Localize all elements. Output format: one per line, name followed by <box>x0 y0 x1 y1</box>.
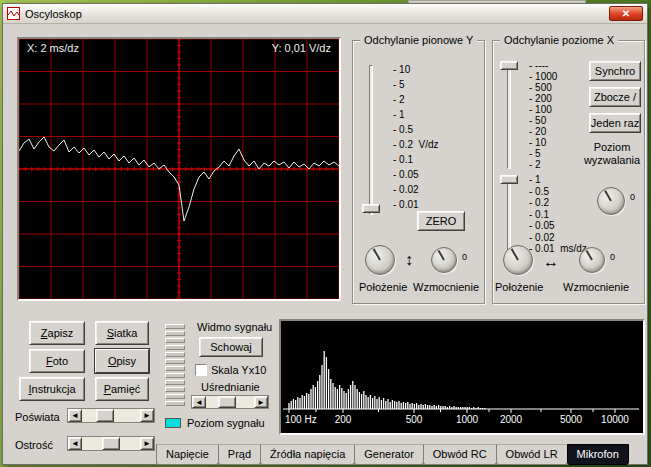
scale-tick: 0.1 <box>393 155 439 170</box>
scroll-left-icon[interactable]: ◄ <box>68 409 82 422</box>
vertical-arrows-icon: ↕ <box>405 251 413 269</box>
freq-label: 200 <box>335 414 352 425</box>
tab-zrodla-napiecia[interactable]: Źródła napięcia <box>260 444 355 465</box>
photo-button[interactable]: Foto <box>29 349 85 373</box>
tab-bar: Napięcie Prąd Źródła napięcia Generator … <box>156 444 628 465</box>
y-gain-knob[interactable]: 0 <box>431 247 457 273</box>
trigger-label-line1: Poziom <box>581 141 643 154</box>
single-shot-button[interactable]: Jeden raz <box>589 113 641 133</box>
oscilloscope-window: Oscyloskop ✕ X: 2 ms/dz Y: 0,01 V/dz Odc… <box>2 3 648 465</box>
scale-yx10-label: Skala Yx10 <box>211 364 266 376</box>
tab-generator[interactable]: Generator <box>354 444 424 465</box>
focus-scrollbar[interactable]: ◄ ► <box>67 436 155 451</box>
level-meter-segment <box>165 366 185 371</box>
position-label: Położenie <box>359 281 407 293</box>
scroll-right-icon[interactable]: ► <box>254 396 268 408</box>
manual-button-label: Instrukcja <box>20 383 84 395</box>
scale-tick: 0.05 <box>393 170 439 185</box>
spectrum-display: 100 Hz20050010002000500010000 <box>279 319 645 435</box>
scrollbar-track[interactable] <box>206 396 254 408</box>
tab-mikrofon[interactable]: Mikrofon <box>567 444 629 465</box>
scroll-right-icon[interactable]: ► <box>140 437 154 450</box>
freq-label: 500 <box>406 414 423 425</box>
slope-button[interactable]: Zbocze / <box>589 87 641 107</box>
level-meter-segment <box>165 394 185 399</box>
horizontal-arrows-icon: ↔ <box>543 253 559 271</box>
titlebar[interactable]: Oscyloskop ✕ <box>3 4 647 24</box>
signal-level-meter <box>165 324 185 406</box>
knob-pointer <box>438 250 445 260</box>
level-meter-segment <box>165 387 185 392</box>
tab-obwod-rc[interactable]: Obwód RC <box>423 444 497 465</box>
memory-button[interactable]: Pamięć <box>95 377 149 401</box>
scale-checkbox-row: Skala Yx10 <box>195 364 266 376</box>
freq-label: 100 Hz <box>285 414 317 425</box>
trigger-ticks: 10.50.20.10.050.020.01 ms/dz <box>529 175 587 256</box>
tab-prad[interactable]: Prąd <box>218 444 261 465</box>
trigger-level-knob[interactable]: 0 <box>597 187 625 215</box>
save-button-label: Zapisz <box>30 327 84 339</box>
oscilloscope-display: X: 2 ms/dz Y: 0,01 V/dz <box>17 37 341 301</box>
y-scale-slider-thumb[interactable] <box>362 204 380 213</box>
level-meter-segment <box>165 380 185 385</box>
spectrum-title: Widmo sygnału <box>197 321 272 333</box>
knob-zero-mark: 0 <box>462 252 467 262</box>
memory-button-label: Pamięć <box>96 383 148 395</box>
afterglow-label: Poświata <box>15 411 60 423</box>
trigger-slider-thumb[interactable] <box>500 175 518 184</box>
close-button[interactable]: ✕ <box>609 6 643 21</box>
x-gain-knob[interactable]: 0 <box>579 247 605 273</box>
level-meter-segment <box>165 345 185 350</box>
scrollbar-thumb[interactable] <box>96 409 114 422</box>
time-base-slider-thumb[interactable] <box>500 61 518 70</box>
afterglow-scrollbar[interactable]: ◄ ► <box>67 408 155 423</box>
labels-button[interactable]: Opisy <box>95 349 149 373</box>
panel-title: Odchylanie poziome X <box>500 34 618 46</box>
grid-button[interactable]: Siatka <box>95 321 149 345</box>
scrollbar-track[interactable] <box>82 437 140 450</box>
y-scale-ticks: 105210.50.2 V/dz0.10.050.020.01 <box>393 65 439 215</box>
x-scale-readout: X: 2 ms/dz <box>27 42 79 54</box>
scale-tick: 1 <box>529 175 587 187</box>
knob-pointer <box>511 249 519 261</box>
knob-pointer <box>604 190 612 201</box>
scroll-right-icon[interactable]: ► <box>140 409 154 422</box>
level-meter-segment <box>165 324 185 329</box>
freq-label: 2000 <box>500 414 523 425</box>
y-scale-readout: Y: 0,01 V/dz <box>272 42 331 54</box>
focus-label: Ostrość <box>15 439 53 451</box>
scroll-left-icon[interactable]: ◄ <box>68 437 82 450</box>
save-button[interactable]: Zapisz <box>29 321 85 345</box>
trigger-label-line2: wyzwalania <box>581 154 643 167</box>
scale-tick: 0.05 <box>529 221 587 233</box>
trigger-level-label: Poziom wyzwalania <box>581 141 643 167</box>
averaging-scrollbar[interactable]: ◄ ► <box>191 395 269 409</box>
oscilloscope-canvas <box>19 39 339 299</box>
scroll-left-icon[interactable]: ◄ <box>192 396 206 408</box>
synchro-button[interactable]: Synchro <box>589 61 641 81</box>
zero-button[interactable]: ZERO <box>417 211 465 231</box>
knob-pointer <box>373 249 381 261</box>
manual-button[interactable]: Instrukcja <box>19 377 85 401</box>
grid-button-label: Siatka <box>96 327 148 339</box>
scale-yx10-checkbox[interactable] <box>195 364 207 376</box>
gain-label: Wzmocnienie <box>413 281 479 293</box>
knob-pointer <box>586 250 593 260</box>
hide-button[interactable]: Schowaj <box>199 337 263 357</box>
scrollbar-track[interactable] <box>82 409 140 422</box>
level-meter-segment <box>165 331 185 336</box>
freq-label: 10000 <box>601 414 629 425</box>
labels-button-label: Opisy <box>96 355 148 367</box>
y-position-knob[interactable] <box>365 245 395 275</box>
scrollbar-thumb[interactable] <box>218 396 236 408</box>
time-base-slider-track[interactable] <box>507 63 511 169</box>
level-meter-segment <box>165 338 185 343</box>
signal-level-label: Poziom sygnału <box>187 417 265 429</box>
y-scale-slider-track[interactable] <box>369 65 373 215</box>
position-label: Położenie <box>495 281 543 293</box>
x-position-knob[interactable] <box>503 245 533 275</box>
tab-napiecie[interactable]: Napięcie <box>156 444 219 465</box>
scrollbar-thumb[interactable] <box>102 437 120 450</box>
scale-tick: 2 <box>393 95 439 110</box>
tab-obwod-lr[interactable]: Obwód LR <box>496 444 568 465</box>
